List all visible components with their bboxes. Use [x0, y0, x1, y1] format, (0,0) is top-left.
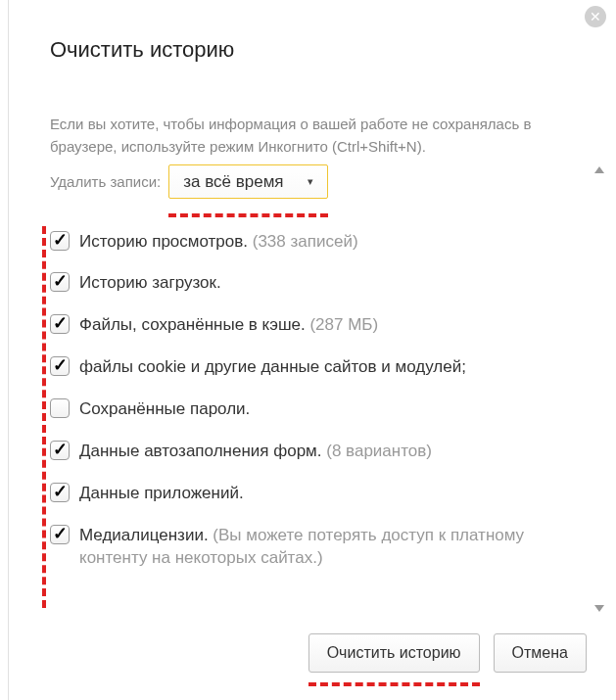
- annotation-vline: [42, 226, 46, 608]
- checkbox[interactable]: [50, 272, 70, 292]
- checkbox-list: Историю просмотров. (338 записей)Историю…: [50, 231, 585, 570]
- item-label-main: Данные приложений.: [79, 484, 244, 502]
- annotation-underline: [168, 213, 327, 217]
- item-label-main: Историю просмотров.: [79, 232, 248, 251]
- item-label: Файлы, сохранённые в кэше. (287 МБ): [79, 314, 378, 337]
- list-item: Данные автозаполнения форм. (8 вариантов…: [50, 441, 585, 463]
- item-label: Историю загрузок.: [79, 272, 221, 295]
- cancel-button[interactable]: Отмена: [494, 633, 587, 673]
- checkbox[interactable]: [50, 398, 70, 418]
- item-label: Историю просмотров. (338 записей): [79, 231, 358, 254]
- list-item: Файлы, сохранённые в кэше. (287 МБ): [50, 314, 585, 337]
- list-item: Сохранённые пароли.: [50, 398, 585, 421]
- dialog-body: Если вы хотите, чтобы информация о вашей…: [50, 113, 585, 680]
- scroll-down-icon[interactable]: [594, 605, 604, 612]
- checkbox[interactable]: [50, 356, 70, 376]
- time-range-value: за всё время: [183, 172, 283, 191]
- item-label-main: Сохранённые пароли.: [79, 399, 250, 418]
- item-label: Данные автозаполнения форм. (8 вариантов…: [79, 441, 432, 463]
- checkbox[interactable]: [50, 441, 70, 460]
- item-label-extra: (8 вариантов): [322, 442, 432, 460]
- list-item: Историю загрузок.: [50, 272, 585, 295]
- item-label: Медиалицензии. (Вы можете потерять досту…: [79, 525, 585, 570]
- dialog-title: Очистить историю: [9, 0, 616, 63]
- item-label-main: Файлы, сохранённые в кэше.: [79, 315, 306, 334]
- item-label-main: Данные автозаполнения форм.: [79, 442, 322, 460]
- close-icon[interactable]: ✕: [585, 6, 606, 27]
- checkbox[interactable]: [50, 314, 70, 334]
- delete-label: Удалить записи:: [50, 173, 161, 190]
- item-label: Данные приложений.: [79, 483, 244, 505]
- clear-history-button[interactable]: Очистить историю: [308, 633, 480, 673]
- delete-row: Удалить записи: за всё время ▾: [50, 172, 585, 192]
- item-label: Сохранённые пароли.: [79, 398, 250, 421]
- annotation-underline: [308, 682, 480, 686]
- item-label-main: Историю загрузок.: [79, 273, 221, 292]
- chevron-down-icon: ▾: [308, 175, 313, 188]
- list-item: Медиалицензии. (Вы можете потерять досту…: [50, 525, 585, 570]
- item-label-extra: (338 записей): [248, 232, 358, 251]
- time-range-select[interactable]: за всё время ▾: [168, 164, 327, 199]
- list-item: файлы cookie и другие данные сайтов и мо…: [50, 356, 585, 379]
- checkbox[interactable]: [50, 525, 70, 544]
- dialog-panel: ✕ Очистить историю Если вы хотите, чтобы…: [8, 0, 616, 700]
- scroll-up-icon[interactable]: [594, 166, 604, 173]
- checkbox[interactable]: [50, 483, 70, 502]
- time-range-wrap: за всё время ▾: [168, 172, 327, 192]
- dialog-buttons: Очистить историю Отмена: [308, 633, 587, 673]
- item-label-main: файлы cookie и другие данные сайтов и мо…: [79, 357, 466, 376]
- intro-text: Если вы хотите, чтобы информация о вашей…: [50, 113, 585, 159]
- item-label: файлы cookie и другие данные сайтов и мо…: [79, 356, 466, 379]
- item-label-main: Медиалицензии.: [79, 526, 209, 544]
- list-item: Историю просмотров. (338 записей): [50, 231, 585, 254]
- item-label-extra: (287 МБ): [306, 315, 378, 334]
- list-item: Данные приложений.: [50, 483, 585, 505]
- checkbox[interactable]: [50, 231, 70, 251]
